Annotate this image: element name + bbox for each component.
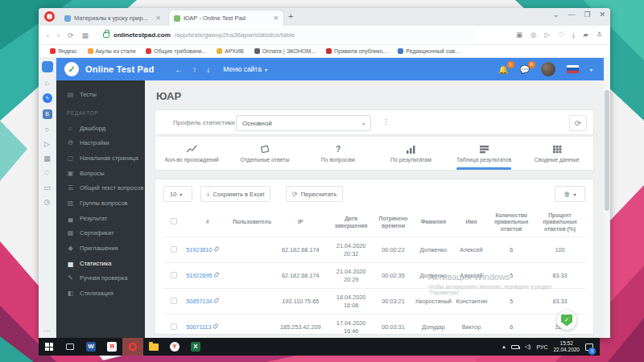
- sidebar-item-result[interactable]: ▄Результат: [56, 211, 145, 226]
- search-icon[interactable]: ○: [45, 125, 49, 134]
- tab-close-icon[interactable]: ✕: [155, 14, 161, 22]
- hidden-icons-chevron[interactable]: ▴: [502, 343, 506, 350]
- row-checkbox[interactable]: [171, 323, 177, 330]
- reload-icon[interactable]: ⟳: [68, 31, 74, 39]
- row-checkbox[interactable]: [171, 246, 177, 253]
- profile-select[interactable]: Основной▾: [236, 115, 371, 131]
- sidebar-item-certificate[interactable]: ▦Сертификат: [56, 226, 145, 241]
- minimize-icon[interactable]: —: [568, 10, 575, 19]
- bookmark-item[interactable]: Яндекс: [50, 48, 77, 54]
- start-button[interactable]: [39, 338, 60, 356]
- page-scrollbar[interactable]: [604, 58, 610, 338]
- battery-icon[interactable]: [511, 345, 519, 349]
- sidebar-item-settings[interactable]: ⚙Настройки: [56, 135, 145, 150]
- sidebar-item-statistics[interactable]: ▅Статистика: [56, 256, 145, 271]
- share-icon[interactable]: ▷: [544, 31, 550, 39]
- taskbar-yandex[interactable]: Я: [101, 338, 122, 356]
- avatar[interactable]: [541, 62, 555, 76]
- row-checkbox[interactable]: [171, 272, 177, 278]
- col-header-correct[interactable]: Количество правильных ответов: [488, 208, 535, 237]
- bookmark-item[interactable]: Редакционный сов...: [398, 48, 460, 54]
- sidebar-item-start-page[interactable]: ▢Начальная страница: [56, 150, 145, 166]
- up-arrow-icon[interactable]: ↑: [192, 65, 196, 74]
- send-icon[interactable]: ▷: [44, 140, 50, 148]
- vk-icon[interactable]: B: [43, 109, 52, 119]
- browser-tab-2-active[interactable]: ЮАР - Online Test Pad ✕: [169, 10, 283, 26]
- taskbar-explorer[interactable]: [143, 338, 164, 356]
- chevron-down-icon[interactable]: ▾: [590, 67, 592, 72]
- language-indicator[interactable]: РУС: [536, 344, 547, 350]
- bookmarks-heart-icon[interactable]: ♡: [43, 169, 50, 177]
- tab-individual-answers[interactable]: Отдельные ответы: [229, 137, 302, 170]
- taskbar-excel[interactable]: X: [185, 338, 206, 356]
- opera-logo-icon[interactable]: [44, 11, 55, 22]
- taskbar-opera-active[interactable]: [122, 338, 143, 356]
- link-icon[interactable]: [213, 298, 220, 304]
- settings-sliders-icon[interactable]: ≛: [597, 31, 602, 39]
- refresh-button[interactable]: ⟳: [569, 115, 587, 131]
- result-id-link[interactable]: 50671113: [186, 323, 211, 331]
- taskbar-word[interactable]: W: [80, 338, 101, 356]
- scrollbar-thumb[interactable]: [605, 90, 609, 211]
- col-header-id[interactable]: #: [184, 208, 231, 237]
- page-size-select[interactable]: 10▾: [163, 186, 192, 202]
- result-id-link[interactable]: 51922695: [186, 272, 212, 279]
- maximize-icon[interactable]: ❐: [584, 10, 590, 19]
- bookmark-item[interactable]: АРХИВ: [217, 48, 243, 54]
- tab-summary-data[interactable]: Сводные данные: [520, 137, 593, 170]
- history-clock-icon[interactable]: ◷: [44, 198, 51, 206]
- task-view-button[interactable]: [60, 338, 80, 356]
- wallet-icon[interactable]: ▭: [43, 183, 51, 191]
- new-tab-button[interactable]: +: [288, 11, 293, 21]
- otp-logo-icon[interactable]: ✓: [64, 62, 79, 76]
- snapshot-icon[interactable]: ▣: [516, 31, 522, 39]
- sidebar-item-dashboard[interactable]: ⌂Дашборд: [56, 121, 145, 136]
- down-arrow-icon[interactable]: ↓: [206, 65, 210, 74]
- bookmark-item[interactable]: Оплата | ЭКОНОМ...: [254, 48, 316, 54]
- sidebar-item-manual-check[interactable]: ✎Ручная проверка: [56, 271, 145, 286]
- home-icon[interactable]: ⌂: [45, 79, 49, 87]
- sidebar-item-common-text[interactable]: ☰Общий текст вопросов: [56, 180, 145, 195]
- sidebar-item-question-groups[interactable]: ▥Группы вопросов: [56, 195, 145, 211]
- tab-by-results[interactable]: По результатам: [374, 137, 448, 170]
- speed-dial-grid-icon[interactable]: ▦: [43, 154, 51, 162]
- tab-close-icon[interactable]: ✕: [273, 14, 279, 22]
- sidebar-item-questions[interactable]: ▣Вопросы: [56, 166, 145, 181]
- save-excel-button[interactable]: ⤓Сохранить в Excel: [200, 186, 270, 202]
- messages-icon[interactable]: 💬6: [520, 65, 530, 74]
- forward-icon[interactable]: ›: [57, 31, 60, 39]
- recalculate-button[interactable]: ⟳Пересчитать: [286, 186, 343, 202]
- sidebar-item-styling[interactable]: ◧Стилизация: [56, 286, 145, 301]
- action-center-icon[interactable]: 1: [585, 343, 593, 351]
- back-icon[interactable]: ‹: [47, 31, 49, 39]
- result-id-link[interactable]: 51923610: [186, 246, 212, 253]
- result-id-link[interactable]: 50857134: [186, 298, 212, 305]
- taskbar-clock[interactable]: 15:5222.04.2020: [553, 340, 580, 354]
- adguard-shield-button[interactable]: ✓: [557, 311, 576, 330]
- link-icon[interactable]: [213, 246, 220, 253]
- taskbar-yandex-browser[interactable]: Y: [164, 338, 185, 356]
- tab-by-questions[interactable]: ? По вопросам: [301, 137, 374, 170]
- url-field[interactable]: onlinetestpad.com/app/tests/gawvp2ha36ap…: [98, 28, 477, 42]
- sidebar-item-tests[interactable]: ▤Тесты: [56, 87, 145, 102]
- back-arrow-icon[interactable]: ←: [175, 65, 183, 74]
- row-checkbox[interactable]: [171, 298, 177, 304]
- vpn-icon[interactable]: ◎: [530, 31, 536, 39]
- tab-passes-count[interactable]: Кол-во прохождений: [155, 137, 229, 170]
- select-all-checkbox[interactable]: [171, 218, 177, 224]
- notifications-bell-icon[interactable]: 🔔1: [498, 65, 508, 74]
- col-header-surname[interactable]: Фамилия: [412, 208, 454, 237]
- link-icon[interactable]: [213, 323, 219, 330]
- col-header-name[interactable]: Имя: [454, 208, 488, 237]
- padlock-icon[interactable]: [103, 32, 109, 38]
- sidebar-item-invitations[interactable]: ◆Приглашения: [56, 241, 145, 256]
- site-menu-button[interactable]: Меню сайта▾: [223, 65, 267, 73]
- kebab-menu-icon[interactable]: ⋮: [382, 117, 390, 125]
- volume-icon[interactable]: ◁): [525, 343, 531, 350]
- col-header-ip[interactable]: IP: [273, 208, 328, 237]
- download-icon[interactable]: ⤓: [572, 31, 576, 39]
- col-header-user[interactable]: Пользователь: [231, 208, 273, 237]
- bookmark-item[interactable]: Правила опублико...: [326, 48, 387, 54]
- col-header-percent[interactable]: Процент правильных ответов (%): [535, 208, 585, 237]
- sidebar-more-icon[interactable]: ⋯: [43, 327, 51, 335]
